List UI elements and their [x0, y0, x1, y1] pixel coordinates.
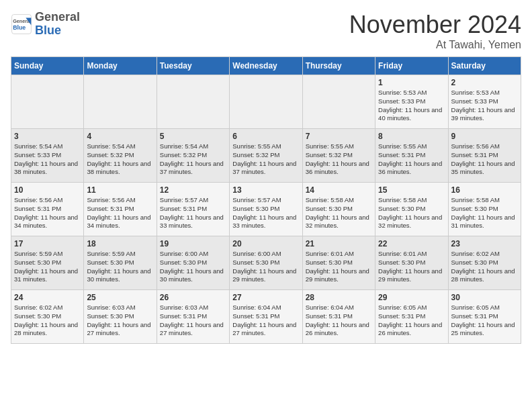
day-number: 11 — [87, 185, 153, 195]
day-info: Sunrise: 6:05 AMSunset: 5:31 PMDaylight:… — [378, 304, 445, 338]
day-number: 18 — [87, 239, 153, 248]
day-info: Sunrise: 6:02 AMSunset: 5:30 PMDaylight:… — [14, 304, 81, 338]
day-info: Sunrise: 6:00 AMSunset: 5:30 PMDaylight:… — [160, 250, 226, 284]
day-number: 30 — [451, 293, 518, 302]
day-number: 2 — [451, 78, 518, 87]
day-info: Sunrise: 5:58 AMSunset: 5:30 PMDaylight:… — [378, 196, 445, 230]
calendar-header-row: SundayMondayTuesdayWednesdayThursdayFrid… — [11, 57, 521, 75]
day-number: 23 — [451, 239, 518, 248]
day-number: 9 — [451, 132, 518, 141]
calendar-day-cell: 22Sunrise: 6:01 AMSunset: 5:30 PMDayligh… — [375, 236, 448, 290]
day-info: Sunrise: 5:59 AMSunset: 5:30 PMDaylight:… — [14, 250, 81, 284]
calendar-day-cell: 29Sunrise: 6:05 AMSunset: 5:31 PMDayligh… — [375, 290, 448, 344]
day-info: Sunrise: 6:01 AMSunset: 5:30 PMDaylight:… — [378, 250, 445, 284]
day-info: Sunrise: 5:57 AMSunset: 5:30 PMDaylight:… — [232, 196, 299, 230]
day-info: Sunrise: 6:03 AMSunset: 5:31 PMDaylight:… — [160, 304, 226, 338]
calendar-day-cell: 7Sunrise: 5:55 AMSunset: 5:32 PMDaylight… — [302, 129, 375, 183]
day-number: 1 — [378, 78, 445, 87]
svg-text:Blue: Blue — [13, 24, 26, 31]
day-info: Sunrise: 5:56 AMSunset: 5:31 PMDaylight:… — [451, 142, 518, 177]
calendar-day-cell: 5Sunrise: 5:54 AMSunset: 5:32 PMDaylight… — [157, 129, 229, 183]
day-number: 27 — [232, 293, 299, 302]
calendar-day-cell: 24Sunrise: 6:02 AMSunset: 5:30 PMDayligh… — [11, 290, 84, 344]
day-info: Sunrise: 5:55 AMSunset: 5:32 PMDaylight:… — [306, 142, 372, 177]
calendar-day-cell: 3Sunrise: 5:54 AMSunset: 5:33 PMDaylight… — [11, 129, 84, 183]
day-number: 13 — [232, 185, 299, 195]
calendar-day-cell: 30Sunrise: 6:05 AMSunset: 5:31 PMDayligh… — [448, 290, 521, 344]
calendar-week-row: 17Sunrise: 5:59 AMSunset: 5:30 PMDayligh… — [11, 236, 521, 290]
calendar-day-cell: 26Sunrise: 6:03 AMSunset: 5:31 PMDayligh… — [157, 290, 229, 344]
day-number: 29 — [378, 293, 445, 302]
month-title: November 2024 — [349, 11, 521, 39]
day-number: 19 — [160, 239, 226, 248]
day-number: 12 — [160, 185, 226, 195]
calendar-day-cell: 27Sunrise: 6:04 AMSunset: 5:31 PMDayligh… — [230, 290, 302, 344]
calendar-day-cell: 1Sunrise: 5:53 AMSunset: 5:33 PMDaylight… — [375, 75, 448, 129]
weekday-header: Sunday — [11, 57, 84, 75]
day-number: 15 — [378, 185, 445, 195]
day-number: 10 — [14, 185, 81, 195]
calendar-week-row: 3Sunrise: 5:54 AMSunset: 5:33 PMDaylight… — [11, 129, 521, 183]
calendar-day-cell: 17Sunrise: 5:59 AMSunset: 5:30 PMDayligh… — [11, 236, 84, 290]
weekday-header: Tuesday — [157, 57, 229, 75]
weekday-header: Wednesday — [230, 57, 302, 75]
day-info: Sunrise: 6:04 AMSunset: 5:31 PMDaylight:… — [306, 304, 372, 338]
calendar-table: SundayMondayTuesdayWednesdayThursdayFrid… — [11, 56, 521, 344]
day-number: 4 — [87, 132, 153, 141]
day-number: 6 — [232, 132, 299, 141]
day-info: Sunrise: 6:05 AMSunset: 5:31 PMDaylight:… — [451, 304, 518, 338]
weekday-header: Monday — [84, 57, 157, 75]
day-info: Sunrise: 6:00 AMSunset: 5:30 PMDaylight:… — [232, 250, 299, 284]
day-info: Sunrise: 6:01 AMSunset: 5:30 PMDaylight:… — [306, 250, 372, 284]
day-number: 21 — [306, 239, 372, 248]
day-number: 16 — [451, 185, 518, 195]
calendar-day-cell: 20Sunrise: 6:00 AMSunset: 5:30 PMDayligh… — [230, 236, 302, 290]
title-block: November 2024 At Tawahi, Yemen — [349, 11, 521, 51]
day-number: 5 — [160, 132, 226, 141]
calendar-week-row: 1Sunrise: 5:53 AMSunset: 5:33 PMDaylight… — [11, 75, 521, 129]
day-info: Sunrise: 5:53 AMSunset: 5:33 PMDaylight:… — [378, 89, 445, 123]
calendar-day-cell: 6Sunrise: 5:55 AMSunset: 5:32 PMDaylight… — [230, 129, 302, 183]
logo-general: General — [35, 11, 80, 24]
day-info: Sunrise: 5:55 AMSunset: 5:31 PMDaylight:… — [378, 142, 445, 177]
calendar-day-cell: 9Sunrise: 5:56 AMSunset: 5:31 PMDaylight… — [448, 129, 521, 183]
day-info: Sunrise: 5:58 AMSunset: 5:30 PMDaylight:… — [451, 196, 518, 230]
calendar-day-cell: 25Sunrise: 6:03 AMSunset: 5:30 PMDayligh… — [84, 290, 157, 344]
day-number: 24 — [14, 293, 81, 302]
day-number: 14 — [306, 185, 372, 195]
location: At Tawahi, Yemen — [349, 39, 521, 51]
calendar-day-cell: 28Sunrise: 6:04 AMSunset: 5:31 PMDayligh… — [302, 290, 375, 344]
day-number: 22 — [378, 239, 445, 248]
logo-blue: Blue — [35, 24, 80, 38]
calendar-day-cell: 19Sunrise: 6:00 AMSunset: 5:30 PMDayligh… — [157, 236, 229, 290]
day-number: 26 — [160, 293, 226, 302]
day-number: 17 — [14, 239, 81, 248]
day-number: 25 — [87, 293, 153, 302]
day-info: Sunrise: 5:57 AMSunset: 5:31 PMDaylight:… — [160, 196, 226, 230]
day-info: Sunrise: 5:54 AMSunset: 5:32 PMDaylight:… — [160, 142, 226, 177]
calendar-day-cell — [11, 75, 84, 129]
day-info: Sunrise: 5:59 AMSunset: 5:30 PMDaylight:… — [87, 250, 153, 284]
calendar-day-cell: 21Sunrise: 6:01 AMSunset: 5:30 PMDayligh… — [302, 236, 375, 290]
day-number: 7 — [306, 132, 372, 141]
calendar-day-cell: 2Sunrise: 5:53 AMSunset: 5:33 PMDaylight… — [448, 75, 521, 129]
weekday-header: Friday — [375, 57, 448, 75]
day-info: Sunrise: 6:03 AMSunset: 5:30 PMDaylight:… — [87, 304, 153, 338]
calendar-day-cell: 13Sunrise: 5:57 AMSunset: 5:30 PMDayligh… — [230, 183, 302, 236]
logo: General Blue General Blue — [11, 11, 80, 38]
weekday-header: Thursday — [302, 57, 375, 75]
day-number: 3 — [14, 132, 81, 141]
day-info: Sunrise: 5:54 AMSunset: 5:33 PMDaylight:… — [14, 142, 81, 177]
calendar-day-cell: 10Sunrise: 5:56 AMSunset: 5:31 PMDayligh… — [11, 183, 84, 236]
day-number: 8 — [378, 132, 445, 141]
page-header: General Blue General Blue November 2024 … — [11, 11, 521, 51]
calendar-day-cell — [302, 75, 375, 129]
day-info: Sunrise: 5:55 AMSunset: 5:32 PMDaylight:… — [232, 142, 299, 177]
calendar-week-row: 24Sunrise: 6:02 AMSunset: 5:30 PMDayligh… — [11, 290, 521, 344]
calendar-day-cell — [157, 75, 229, 129]
calendar-day-cell — [84, 75, 157, 129]
day-info: Sunrise: 5:56 AMSunset: 5:31 PMDaylight:… — [14, 196, 81, 230]
day-number: 20 — [232, 239, 299, 248]
calendar-day-cell: 11Sunrise: 5:56 AMSunset: 5:31 PMDayligh… — [84, 183, 157, 236]
calendar-day-cell: 15Sunrise: 5:58 AMSunset: 5:30 PMDayligh… — [375, 183, 448, 236]
